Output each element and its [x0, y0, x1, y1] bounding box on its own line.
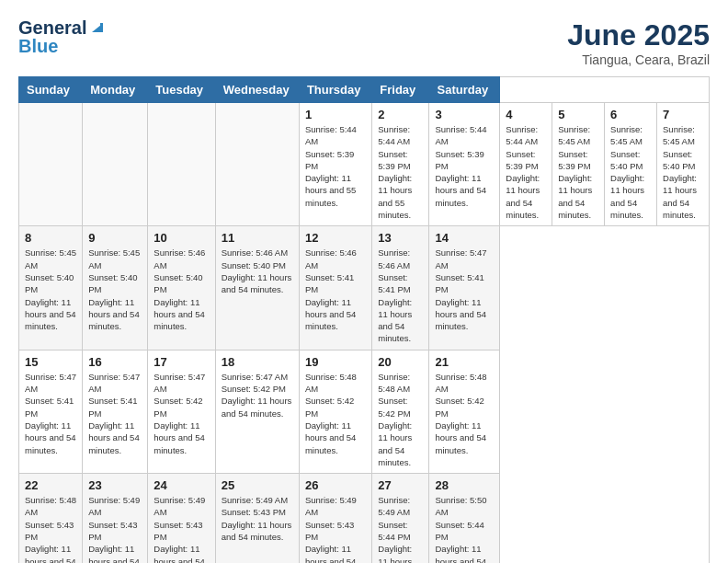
calendar-cell [19, 103, 83, 226]
week-row-4: 22Sunrise: 5:48 AMSunset: 5:43 PMDayligh… [19, 474, 710, 563]
day-info: Sunrise: 5:44 AMSunset: 5:39 PMDaylight:… [305, 123, 366, 209]
day-number: 12 [305, 231, 366, 245]
calendar-cell: 27Sunrise: 5:49 AMSunset: 5:44 PMDayligh… [372, 474, 429, 563]
calendar-cell: 10Sunrise: 5:46 AMSunset: 5:40 PMDayligh… [148, 226, 215, 350]
day-number: 7 [663, 108, 703, 121]
day-info: Sunrise: 5:46 AMSunset: 5:41 PMDaylight:… [305, 247, 366, 332]
day-info: Sunrise: 5:48 AMSunset: 5:42 PMDaylight:… [435, 371, 494, 456]
day-info: Sunrise: 5:46 AMSunset: 5:40 PMDaylight:… [222, 247, 293, 295]
day-info: Sunrise: 5:44 AMSunset: 5:39 PMDaylight:… [378, 123, 423, 221]
day-number: 15 [25, 355, 76, 369]
day-info: Sunrise: 5:50 AMSunset: 5:44 PMDaylight:… [435, 494, 494, 563]
calendar-cell: 15Sunrise: 5:47 AMSunset: 5:41 PMDayligh… [19, 350, 83, 473]
day-number: 20 [378, 355, 423, 369]
header-day-thursday: Thursday [299, 77, 371, 103]
day-number: 23 [88, 478, 142, 492]
calendar-cell [215, 103, 299, 226]
day-info: Sunrise: 5:49 AMSunset: 5:43 PMDaylight:… [88, 494, 142, 563]
day-number: 4 [506, 108, 546, 121]
calendar-cell: 17Sunrise: 5:47 AMSunset: 5:42 PMDayligh… [148, 350, 215, 473]
day-number: 8 [25, 231, 76, 245]
calendar-cell: 5Sunrise: 5:45 AMSunset: 5:39 PMDaylight… [552, 103, 605, 226]
day-number: 5 [558, 108, 598, 121]
day-number: 25 [222, 478, 293, 492]
day-number: 1 [305, 108, 366, 121]
day-info: Sunrise: 5:47 AMSunset: 5:41 PMDaylight:… [25, 371, 76, 456]
page-header: General Blue June 2025 Tiangua, Ceara, B… [18, 18, 710, 67]
calendar-cell: 14Sunrise: 5:47 AMSunset: 5:41 PMDayligh… [429, 226, 500, 350]
week-row-3: 15Sunrise: 5:47 AMSunset: 5:41 PMDayligh… [19, 350, 710, 473]
calendar-cell: 16Sunrise: 5:47 AMSunset: 5:41 PMDayligh… [83, 350, 148, 473]
day-number: 11 [222, 231, 293, 245]
calendar-cell [83, 103, 148, 226]
calendar-table: SundayMondayTuesdayWednesdayThursdayFrid… [18, 76, 710, 563]
day-number: 17 [154, 355, 209, 369]
calendar-header: SundayMondayTuesdayWednesdayThursdayFrid… [19, 77, 710, 103]
day-info: Sunrise: 5:46 AMSunset: 5:40 PMDaylight:… [154, 247, 209, 332]
logo: General Blue [18, 18, 105, 55]
day-number: 13 [378, 231, 423, 245]
day-number: 3 [435, 108, 494, 121]
day-info: Sunrise: 5:48 AMSunset: 5:42 PMDaylight:… [305, 371, 366, 456]
day-number: 6 [610, 108, 651, 121]
day-info: Sunrise: 5:49 AMSunset: 5:44 PMDaylight:… [378, 494, 423, 563]
day-info: Sunrise: 5:46 AMSunset: 5:41 PMDaylight:… [378, 247, 423, 344]
location-text: Tiangua, Ceara, Brazil [567, 52, 710, 67]
header-row: SundayMondayTuesdayWednesdayThursdayFrid… [19, 77, 710, 103]
week-row-1: 1Sunrise: 5:44 AMSunset: 5:39 PMDaylight… [19, 103, 710, 226]
calendar-cell: 22Sunrise: 5:48 AMSunset: 5:43 PMDayligh… [19, 474, 83, 563]
week-row-2: 8Sunrise: 5:45 AMSunset: 5:40 PMDaylight… [19, 226, 710, 350]
svg-marker-0 [92, 25, 101, 32]
day-number: 9 [88, 231, 142, 245]
day-info: Sunrise: 5:44 AMSunset: 5:39 PMDaylight:… [435, 123, 494, 209]
header-day-sunday: Sunday [19, 77, 83, 103]
calendar-cell: 7Sunrise: 5:45 AMSunset: 5:40 PMDaylight… [657, 103, 710, 226]
day-number: 18 [222, 355, 293, 369]
calendar-body: 1Sunrise: 5:44 AMSunset: 5:39 PMDaylight… [19, 103, 710, 564]
calendar-cell: 23Sunrise: 5:49 AMSunset: 5:43 PMDayligh… [83, 474, 148, 563]
day-info: Sunrise: 5:49 AMSunset: 5:43 PMDaylight:… [222, 494, 293, 543]
day-number: 22 [25, 478, 76, 492]
header-day-friday: Friday [372, 77, 429, 103]
day-info: Sunrise: 5:47 AMSunset: 5:41 PMDaylight:… [435, 247, 494, 332]
day-number: 27 [378, 478, 423, 492]
header-day-tuesday: Tuesday [148, 77, 215, 103]
day-info: Sunrise: 5:45 AMSunset: 5:40 PMDaylight:… [610, 123, 651, 221]
svg-rect-1 [100, 23, 103, 32]
month-title: June 2025 [567, 18, 710, 52]
day-number: 28 [435, 478, 494, 492]
day-number: 14 [435, 231, 494, 245]
calendar-cell: 9Sunrise: 5:45 AMSunset: 5:40 PMDaylight… [83, 226, 148, 350]
day-info: Sunrise: 5:48 AMSunset: 5:43 PMDaylight:… [25, 494, 76, 563]
logo-blue-text: Blue [18, 37, 58, 55]
calendar-cell: 4Sunrise: 5:44 AMSunset: 5:39 PMDaylight… [500, 103, 552, 226]
title-area: June 2025 Tiangua, Ceara, Brazil [567, 18, 710, 67]
calendar-cell: 18Sunrise: 5:47 AMSunset: 5:42 PMDayligh… [215, 350, 299, 473]
calendar-cell: 1Sunrise: 5:44 AMSunset: 5:39 PMDaylight… [299, 103, 371, 226]
day-number: 10 [154, 231, 209, 245]
calendar-cell: 11Sunrise: 5:46 AMSunset: 5:40 PMDayligh… [215, 226, 299, 350]
day-number: 19 [305, 355, 366, 369]
logo-general-text: General [18, 18, 86, 37]
day-info: Sunrise: 5:49 AMSunset: 5:43 PMDaylight:… [154, 494, 209, 563]
day-info: Sunrise: 5:45 AMSunset: 5:39 PMDaylight:… [558, 123, 598, 221]
day-number: 21 [435, 355, 494, 369]
calendar-cell: 25Sunrise: 5:49 AMSunset: 5:43 PMDayligh… [215, 474, 299, 563]
day-info: Sunrise: 5:47 AMSunset: 5:42 PMDaylight:… [222, 371, 293, 419]
header-day-monday: Monday [83, 77, 148, 103]
day-info: Sunrise: 5:45 AMSunset: 5:40 PMDaylight:… [88, 247, 142, 332]
day-number: 24 [154, 478, 209, 492]
day-number: 26 [305, 478, 366, 492]
calendar-cell: 20Sunrise: 5:48 AMSunset: 5:42 PMDayligh… [372, 350, 429, 473]
calendar-cell [148, 103, 215, 226]
calendar-cell: 19Sunrise: 5:48 AMSunset: 5:42 PMDayligh… [299, 350, 371, 473]
logo-icon [88, 17, 105, 34]
day-info: Sunrise: 5:49 AMSunset: 5:43 PMDaylight:… [305, 494, 366, 563]
calendar-cell: 12Sunrise: 5:46 AMSunset: 5:41 PMDayligh… [299, 226, 371, 350]
day-info: Sunrise: 5:47 AMSunset: 5:41 PMDaylight:… [88, 371, 142, 456]
calendar-cell: 2Sunrise: 5:44 AMSunset: 5:39 PMDaylight… [372, 103, 429, 226]
calendar-cell: 13Sunrise: 5:46 AMSunset: 5:41 PMDayligh… [372, 226, 429, 350]
calendar-cell: 3Sunrise: 5:44 AMSunset: 5:39 PMDaylight… [429, 103, 500, 226]
day-info: Sunrise: 5:47 AMSunset: 5:42 PMDaylight:… [154, 371, 209, 456]
header-day-saturday: Saturday [429, 77, 500, 103]
